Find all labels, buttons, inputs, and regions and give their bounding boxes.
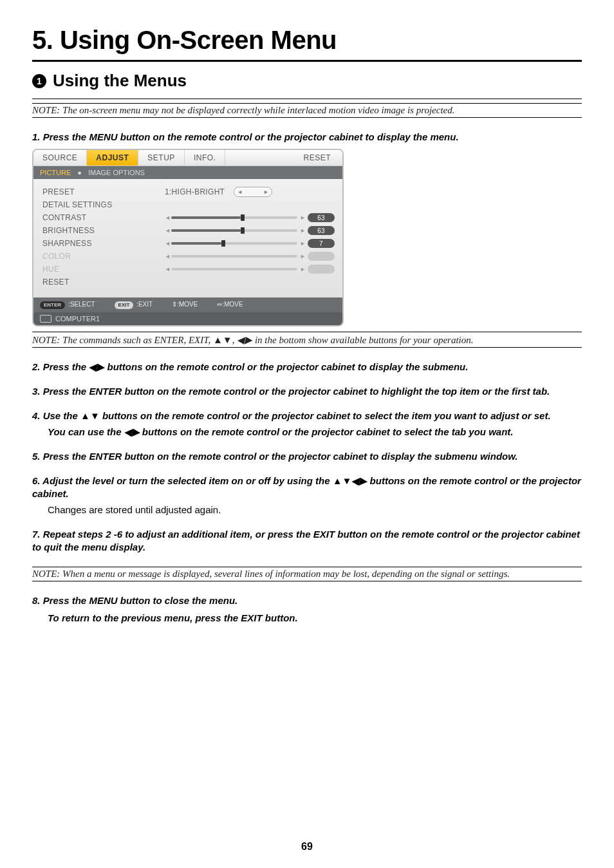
left-arrow-icon: ◄ xyxy=(165,240,169,247)
page-number: 69 xyxy=(0,841,614,853)
right-arrow-icon: ► xyxy=(300,214,304,221)
tab-reset[interactable]: RESET xyxy=(294,150,342,165)
note-lines-lost: NOTE: When a menu or message is displaye… xyxy=(32,567,582,581)
step-1: 1. Press the MENU button on the remote c… xyxy=(32,131,582,144)
row-preset[interactable]: PRESET 1:HIGH-BRIGHT ◄ ► xyxy=(42,185,335,198)
footer-move-horiz: ⇔:MOVE xyxy=(217,301,243,309)
step-2: 2. Press the ◀▶ buttons on the remote co… xyxy=(32,361,582,373)
osd-footer: ENTER :SELECT EXIT :EXIT ⇕:MOVE ⇔:MOVE xyxy=(33,297,342,312)
badge-sharpness: 7 xyxy=(308,239,335,248)
footer-exit-text: :EXIT xyxy=(136,301,153,308)
subtab-image-options[interactable]: IMAGE OPTIONS xyxy=(88,169,145,176)
step-8b: To return to the previous menu, press th… xyxy=(48,612,582,625)
step-4: 4. Use the ▲▼ buttons on the remote cont… xyxy=(32,410,582,422)
footer-move-vert: ⇕:MOVE xyxy=(172,301,198,309)
note-commands: NOTE: The commands such as ENTER, EXIT, … xyxy=(32,332,582,348)
exit-pill: EXIT xyxy=(115,301,134,309)
section-title: Using the Menus xyxy=(53,71,187,91)
row-contrast[interactable]: CONTRAST ◄ ► 63 xyxy=(42,211,335,224)
slider-contrast[interactable]: ◄ ► xyxy=(165,214,304,221)
right-arrow-icon: ► xyxy=(300,227,304,234)
label-detail: DETAIL SETTINGS xyxy=(42,200,165,209)
source-label: COMPUTER1 xyxy=(55,315,100,323)
section-number-badge: 1 xyxy=(32,74,46,88)
value-preset: 1:HIGH-BRIGHT xyxy=(165,187,225,196)
badge-brightness: 63 xyxy=(308,226,335,235)
left-arrow-icon: ◄ xyxy=(237,189,243,195)
label-hue: HUE xyxy=(42,265,165,274)
badge-hue xyxy=(308,265,335,274)
right-arrow-icon: ► xyxy=(300,253,304,259)
left-arrow-icon: ◄ xyxy=(165,253,169,259)
tab-source[interactable]: SOURCE xyxy=(33,150,87,165)
slider-sharpness[interactable]: ◄ ► xyxy=(165,240,304,247)
osd-tabs: SOURCE ADJUST SETUP INFO. RESET xyxy=(33,150,342,166)
left-arrow-icon: ◄ xyxy=(165,214,169,221)
enter-pill: ENTER xyxy=(40,301,65,309)
step-7: 7. Repeat steps 2 -6 to adjust an additi… xyxy=(32,528,582,554)
row-color: COLOR ◄ ► xyxy=(42,250,335,263)
tab-info[interactable]: INFO. xyxy=(185,150,226,165)
section-heading: 1 Using the Menus xyxy=(32,71,582,91)
badge-contrast: 63 xyxy=(308,213,335,222)
source-icon xyxy=(40,315,51,323)
label-brightness: BRIGHTNESS xyxy=(42,226,165,235)
label-color: COLOR xyxy=(42,252,165,261)
preset-stepper[interactable]: ◄ ► xyxy=(234,187,272,197)
label-sharpness: SHARPNESS xyxy=(42,239,165,248)
step-4b: You can use the ◀▶ buttons on the remote… xyxy=(48,426,582,439)
row-brightness[interactable]: BRIGHTNESS ◄ ► 63 xyxy=(42,224,335,237)
right-arrow-icon: ► xyxy=(300,266,304,272)
step-6: 6. Adjust the level or turn the selected… xyxy=(32,475,582,501)
step-8a: 8. Press the MENU button to close the me… xyxy=(32,594,582,607)
slider-hue: ◄ ► xyxy=(165,266,304,272)
row-sharpness[interactable]: SHARPNESS ◄ ► 7 xyxy=(42,237,335,250)
osd-subtabs: PICTURE ● IMAGE OPTIONS xyxy=(33,166,342,179)
footer-select: ENTER :SELECT xyxy=(40,301,95,309)
step-3: 3. Press the ENTER button on the remote … xyxy=(32,385,582,398)
osd-body: PRESET 1:HIGH-BRIGHT ◄ ► DETAIL SETTINGS… xyxy=(33,179,342,297)
row-reset[interactable]: RESET xyxy=(42,276,335,288)
slider-color: ◄ ► xyxy=(165,253,304,259)
slider-brightness[interactable]: ◄ ► xyxy=(165,227,304,234)
right-arrow-icon: ► xyxy=(263,189,269,195)
left-arrow-icon: ◄ xyxy=(165,266,169,272)
left-arrow-icon: ◄ xyxy=(165,227,169,234)
subtab-bullet: ● xyxy=(77,169,82,176)
osd-source-bar: COMPUTER1 xyxy=(33,312,342,325)
subtab-picture[interactable]: PICTURE xyxy=(40,169,71,176)
step-6b: Changes are stored until adjusted again. xyxy=(48,504,582,516)
row-hue: HUE ◄ ► xyxy=(42,263,335,276)
osd-menu: SOURCE ADJUST SETUP INFO. RESET PICTURE … xyxy=(32,149,344,326)
tab-setup[interactable]: SETUP xyxy=(138,150,185,165)
footer-select-text: :SELECT xyxy=(68,301,95,308)
note-interlaced: NOTE: The on-screen menu may not be disp… xyxy=(32,103,582,118)
label-reset: RESET xyxy=(42,278,165,287)
step-5: 5. Press the ENTER button on the remote … xyxy=(32,450,582,463)
row-detail-settings[interactable]: DETAIL SETTINGS xyxy=(42,198,335,211)
label-contrast: CONTRAST xyxy=(42,213,165,222)
divider-thin xyxy=(32,99,582,99)
right-arrow-icon: ► xyxy=(300,240,304,247)
chapter-title: 5. Using On-Screen Menu xyxy=(32,26,582,55)
footer-exit: EXIT :EXIT xyxy=(115,301,153,309)
badge-color xyxy=(308,252,335,261)
label-preset: PRESET xyxy=(42,187,165,196)
divider-thick xyxy=(32,60,582,62)
tab-adjust[interactable]: ADJUST xyxy=(87,150,138,165)
